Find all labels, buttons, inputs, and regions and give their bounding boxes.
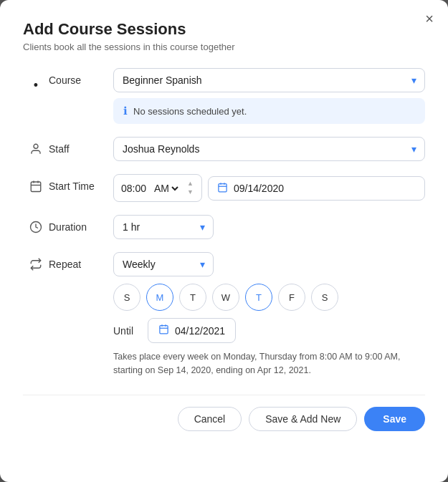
course-select-wrapper: Beginner Spanish Intermediate Spanish Ad… bbox=[113, 68, 425, 92]
course-select[interactable]: Beginner Spanish Intermediate Spanish Ad… bbox=[113, 68, 425, 92]
duration-row: Duration 30 min 1 hr 1.5 hr 2 hr ▾ bbox=[23, 215, 425, 239]
save-add-new-button[interactable]: Save & Add New bbox=[249, 407, 357, 431]
repeat-select[interactable]: Daily Weekly Monthly bbox=[113, 252, 214, 276]
day-button-saturday[interactable]: S bbox=[311, 284, 338, 311]
staff-icon bbox=[23, 137, 49, 155]
until-row: Until 04/12/2021 bbox=[113, 318, 425, 343]
until-date-value: 04/12/2021 bbox=[175, 325, 225, 337]
staff-select-wrapper: Joshua Reynolds Other Staff ▾ bbox=[113, 137, 425, 161]
day-button-thursday[interactable]: T bbox=[245, 284, 272, 311]
repeat-summary: Takes place every week on Monday, Thursd… bbox=[113, 350, 425, 377]
start-time-row: Start Time 08:00 AM PM ▲ ▼ bbox=[23, 174, 425, 202]
staff-select[interactable]: Joshua Reynolds Other Staff bbox=[113, 137, 425, 161]
start-time-inputs: 08:00 AM PM ▲ ▼ bbox=[113, 174, 425, 202]
staff-content: Joshua Reynolds Other Staff ▾ bbox=[113, 137, 425, 161]
svg-rect-5 bbox=[219, 183, 227, 191]
time-arrows: ▲ ▼ bbox=[186, 180, 194, 196]
course-content: Beginner Spanish Intermediate Spanish Ad… bbox=[113, 68, 425, 124]
duration-content: 30 min 1 hr 1.5 hr 2 hr ▾ bbox=[113, 215, 425, 239]
start-time-icon bbox=[23, 174, 49, 193]
time-down-button[interactable]: ▼ bbox=[186, 188, 194, 196]
day-button-sunday[interactable]: S bbox=[113, 284, 140, 311]
course-label: Course bbox=[49, 68, 113, 86]
until-label: Until bbox=[113, 325, 142, 337]
staff-label: Staff bbox=[49, 137, 113, 155]
save-button[interactable]: Save bbox=[364, 407, 425, 431]
start-date-value: 09/14/2020 bbox=[234, 183, 284, 194]
svg-rect-1 bbox=[31, 182, 41, 192]
until-calendar-icon bbox=[158, 324, 169, 337]
modal-subtitle: Clients book all the sessions in this co… bbox=[23, 42, 425, 52]
svg-rect-10 bbox=[160, 326, 168, 334]
staff-row: Staff Joshua Reynolds Other Staff ▾ bbox=[23, 137, 425, 161]
add-course-sessions-modal: × Add Course Sessions Clients book all t… bbox=[0, 0, 448, 482]
days-row: S M T W T F S bbox=[113, 284, 425, 311]
svg-point-0 bbox=[34, 144, 38, 148]
duration-select-wrapper: 30 min 1 hr 1.5 hr 2 hr ▾ bbox=[113, 215, 214, 239]
course-info-box: ℹ No sessions scheduled yet. bbox=[113, 98, 425, 124]
repeat-content: Daily Weekly Monthly ▾ S M T W T F S Unt… bbox=[113, 252, 425, 377]
day-button-monday[interactable]: M bbox=[146, 284, 173, 311]
time-up-button[interactable]: ▲ bbox=[186, 180, 194, 188]
cancel-button[interactable]: Cancel bbox=[178, 407, 242, 431]
duration-label: Duration bbox=[49, 215, 113, 233]
repeat-label: Repeat bbox=[49, 252, 113, 270]
duration-select[interactable]: 30 min 1 hr 1.5 hr 2 hr bbox=[113, 215, 214, 239]
course-bullet-icon: • bbox=[23, 68, 49, 93]
ampm-select[interactable]: AM PM bbox=[151, 182, 181, 195]
day-button-tuesday[interactable]: T bbox=[179, 284, 206, 311]
day-button-friday[interactable]: F bbox=[278, 284, 305, 311]
until-date-input[interactable]: 04/12/2021 bbox=[148, 318, 236, 343]
course-row: • Course Beginner Spanish Intermediate S… bbox=[23, 68, 425, 124]
duration-icon bbox=[23, 215, 49, 233]
info-icon: ℹ bbox=[123, 105, 128, 117]
repeat-select-wrapper: Daily Weekly Monthly ▾ bbox=[113, 252, 214, 276]
repeat-icon bbox=[23, 252, 49, 271]
calendar-icon bbox=[217, 182, 228, 195]
course-info-text: No sessions scheduled yet. bbox=[133, 106, 247, 117]
time-value: 08:00 bbox=[121, 183, 147, 194]
date-input[interactable]: 09/14/2020 bbox=[208, 176, 425, 201]
repeat-row: Repeat Daily Weekly Monthly ▾ S M T W T … bbox=[23, 252, 425, 377]
close-button[interactable]: × bbox=[425, 11, 434, 26]
start-time-content: 08:00 AM PM ▲ ▼ bbox=[113, 174, 425, 202]
modal-title: Add Course Sessions bbox=[23, 20, 425, 39]
day-button-wednesday[interactable]: W bbox=[212, 284, 239, 311]
time-input: 08:00 AM PM ▲ ▼ bbox=[113, 174, 202, 202]
modal-footer: Cancel Save & Add New Save bbox=[23, 395, 425, 431]
start-time-label: Start Time bbox=[49, 174, 113, 192]
